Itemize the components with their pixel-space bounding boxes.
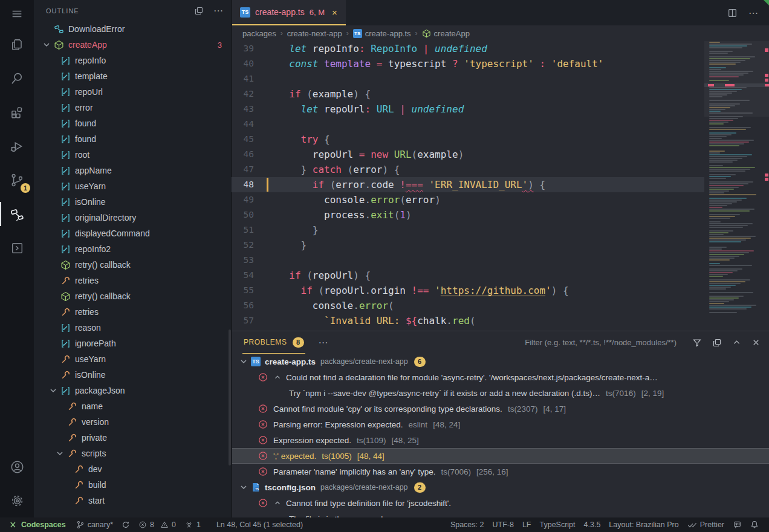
panel-more-icon[interactable]: ⋯ [319, 337, 329, 348]
indentation-item[interactable]: Spaces: 2 [446, 521, 488, 529]
chevron-down-icon[interactable] [55, 449, 65, 458]
breadcrumb-symbol[interactable]: createApp [422, 29, 470, 38]
sync-item[interactable] [117, 517, 134, 532]
encoding-item[interactable]: UTF-8 [488, 521, 518, 529]
outline-item-displayedcommand[interactable]: displayedCommand [34, 225, 232, 241]
chevron-down-icon[interactable] [48, 386, 58, 395]
outline-item-template[interactable]: template [34, 68, 232, 84]
outline-item-build[interactable]: build [34, 477, 232, 493]
breadcrumb-create-next-app[interactable]: create-next-app [287, 29, 342, 38]
outline-item-isonline[interactable]: isOnline [34, 194, 232, 210]
tab-problems[interactable]: PROBLEMS 8 [242, 331, 305, 354]
outline-item-packagejson[interactable]: packageJson [34, 383, 232, 398]
outline-item-useyarn[interactable]: useYarn [34, 351, 232, 367]
code-line-46[interactable]: 46 repoUrl = new URL(example) [232, 147, 704, 162]
explorer-icon[interactable] [0, 28, 34, 62]
chevron-down-icon[interactable] [239, 357, 248, 366]
outline-item-isonline[interactable]: isOnline [34, 367, 232, 383]
breadcrumb-file[interactable]: TScreate-app.ts [353, 29, 411, 38]
more-actions-icon[interactable]: ⋯ [213, 5, 224, 16]
outline-item-dev[interactable]: dev [34, 461, 232, 477]
problem-item[interactable]: ';' expected.ts(1005)[48, 44] [232, 448, 769, 464]
outline-item-scripts[interactable]: scripts [34, 446, 232, 461]
code-line-48[interactable]: 48 if (error.code !=== 'ERR_INVALID_URL'… [232, 177, 704, 192]
outline-item-appname[interactable]: appName [34, 163, 232, 178]
chevron-down-icon[interactable] [42, 40, 51, 50]
eol-item[interactable]: LF [518, 521, 536, 529]
outline-item-version[interactable]: version [34, 414, 232, 430]
tab-close-icon[interactable]: × [332, 7, 337, 18]
outline-item-ignorepath[interactable]: ignorePath [34, 336, 232, 351]
problem-item-continuation[interactable]: Try `npm i --save-dev @types/async-retry… [232, 385, 769, 401]
outline-item-start[interactable]: start [34, 493, 232, 508]
code-line-42[interactable]: 42 if (example) { [232, 86, 704, 102]
problem-item[interactable]: Cannot find module 'cpy' or its correspo… [232, 401, 769, 417]
code-line-56[interactable]: 56 console.error( [232, 298, 704, 313]
sidebar-scrollbar[interactable] [229, 329, 231, 465]
problems-status-item[interactable]: 8 0 [134, 517, 180, 532]
outline-item-originaldirectory[interactable]: originalDirectory [34, 210, 232, 225]
outline-item-private[interactable]: private [34, 430, 232, 446]
outline-item-useyarn[interactable]: useYarn [34, 178, 232, 194]
collapse-all-icon[interactable] [194, 6, 204, 16]
code-line-40[interactable]: 40 const template = typescript ? 'typesc… [232, 56, 704, 71]
language-item[interactable]: TypeScript [535, 521, 579, 529]
outline-item-error[interactable]: error [34, 100, 232, 115]
notifications-bell-icon[interactable] [746, 521, 763, 529]
run-debug-icon[interactable] [0, 129, 34, 163]
outline-item-reason[interactable]: reason [34, 320, 232, 336]
outline-item-repoinfo2[interactable]: repoInfo2 [34, 241, 232, 257]
remote-window-icon[interactable] [0, 231, 34, 265]
extensions-icon[interactable] [0, 96, 34, 129]
problems-file-tsconfig-json[interactable]: TStsconfig.jsonpackages/create-next-app2 [232, 479, 769, 495]
chevron-down-icon[interactable] [239, 482, 248, 492]
code-line-39[interactable]: 39 let repoInfo: RepoInfo | undefined [232, 41, 704, 56]
ports-item[interactable]: 1 [180, 517, 205, 532]
code-line-47[interactable]: 47 } catch (error) { [232, 162, 704, 177]
code-line-50[interactable]: 50 process.exit(1) [232, 207, 704, 222]
outline-item-retry-callback[interactable]: retry() callback [34, 257, 232, 273]
feedback-icon[interactable] [728, 521, 746, 529]
editor-more-icon[interactable]: ⋯ [748, 7, 759, 19]
outline-item-createapp[interactable]: createApp3 [34, 37, 232, 53]
prettier-item[interactable]: Prettier [683, 521, 728, 529]
minimap[interactable] [704, 41, 769, 331]
outline-item-name[interactable]: name [34, 398, 232, 414]
code-line-44[interactable]: 44 [232, 117, 704, 132]
group-by-file-icon[interactable] [712, 338, 722, 348]
outline-item-repoinfo[interactable]: repoInfo [34, 53, 232, 68]
code-line-45[interactable]: 45 try { [232, 132, 704, 147]
code-line-52[interactable]: 52 } [232, 238, 704, 253]
code-line-43[interactable]: 43 let repoUrl: URL | undefined [232, 102, 704, 117]
problem-item[interactable]: Cannot find type definition file for 'js… [232, 495, 769, 511]
code-line-57[interactable]: 57 `Invalid URL: ${chalk.red( [232, 313, 704, 328]
settings-gear-icon[interactable] [0, 484, 34, 517]
problem-item[interactable]: Expression expected.ts(1109)[48, 25] [232, 432, 769, 448]
problems-file-create-app-ts[interactable]: TScreate-app.tspackages/create-next-app6 [232, 354, 769, 369]
problem-item[interactable]: Could not find a declaration file for mo… [232, 369, 769, 385]
code-line-54[interactable]: 54 if (repoUrl) { [232, 268, 704, 283]
outline-item-found[interactable]: found [34, 115, 232, 131]
account-icon[interactable] [0, 450, 34, 484]
problem-item-continuation[interactable]: The file is in the program because... [232, 511, 769, 517]
chevron-up-icon[interactable] [273, 499, 282, 507]
maximize-panel-icon[interactable] [732, 338, 741, 347]
code-line-49[interactable]: 49 console.error(error) [232, 192, 704, 207]
cursor-position-item[interactable]: Ln 48, Col 45 (1 selected) [212, 517, 307, 532]
code-line-53[interactable]: 53 [232, 253, 704, 268]
problem-item[interactable]: Parameter 'name' implicitly has an 'any'… [232, 464, 769, 479]
outline-item-retries[interactable]: retries [34, 304, 232, 320]
search-icon[interactable] [0, 62, 34, 96]
code-line-55[interactable]: 55 if (repoUrl.origin !== 'https://githu… [232, 283, 704, 298]
outline-item-retry-callback[interactable]: retry() callback [34, 288, 232, 304]
menu-icon[interactable] [0, 0, 34, 28]
breadcrumb-packages[interactable]: packages [242, 29, 276, 38]
branch-item[interactable]: canary* [72, 517, 117, 532]
outline-item-repourl[interactable]: repoUrl [34, 84, 232, 100]
code-line-58[interactable]: 58 `"${example}"` [232, 328, 704, 331]
outline-item-root[interactable]: root [34, 147, 232, 163]
source-control-icon[interactable]: 1 [0, 163, 34, 197]
outline-item-found[interactable]: found [34, 131, 232, 147]
outline-item-retries[interactable]: retries [34, 273, 232, 288]
tab-create-app[interactable]: TS create-app.ts 6, M × [232, 0, 346, 25]
